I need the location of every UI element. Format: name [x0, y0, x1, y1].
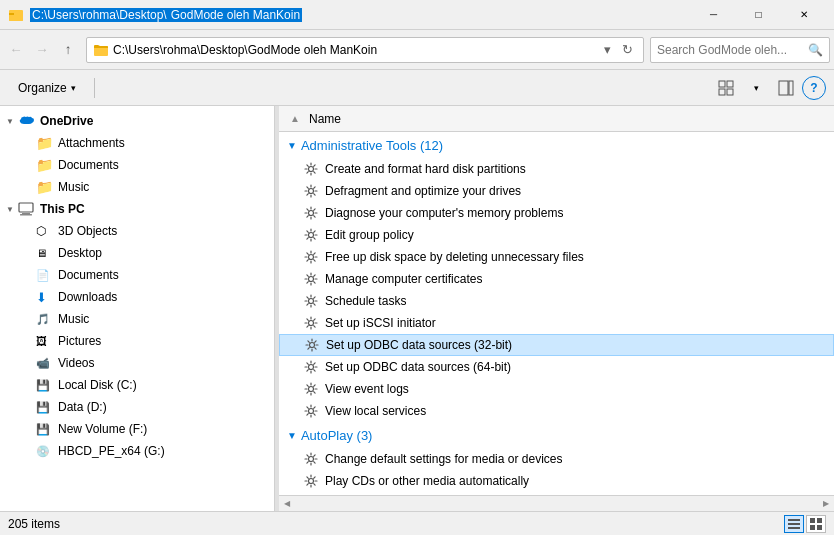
- sort-up-icon[interactable]: ▲: [287, 111, 303, 127]
- section-admin-label: Administrative Tools (12): [301, 138, 443, 153]
- organize-button[interactable]: Organize ▾: [8, 75, 86, 101]
- sidebar-item-downloads[interactable]: ⬇ Downloads: [0, 286, 274, 308]
- svg-rect-28: [788, 519, 800, 521]
- list-item[interactable]: Play CDs or other media automatically: [279, 470, 834, 492]
- folder-icon: 📁: [36, 157, 52, 173]
- list-item-selected[interactable]: Set up ODBC data sources (32-bit): [279, 334, 834, 356]
- svg-rect-31: [810, 518, 815, 523]
- item-label: View local services: [325, 404, 426, 418]
- item-label: Defragment and optimize your drives: [325, 184, 521, 198]
- hscroll-right-button[interactable]: ▶: [818, 496, 834, 512]
- back-button[interactable]: ←: [4, 38, 28, 62]
- list-item[interactable]: Create and format hard disk partitions: [279, 158, 834, 180]
- sidebar-item-local-disk-c[interactable]: 💾 Local Disk (C:): [0, 374, 274, 396]
- sidebar-item-music[interactable]: 📁 Music: [0, 176, 274, 198]
- svg-rect-7: [727, 89, 733, 95]
- chevron-thispc: ▼: [4, 203, 16, 215]
- refresh-button[interactable]: ↻: [617, 40, 637, 60]
- maximize-button[interactable]: □: [736, 0, 781, 30]
- section-autoplay[interactable]: ▼ AutoPlay (3): [279, 422, 834, 448]
- svg-point-14: [309, 189, 314, 194]
- horizontal-scrollbar[interactable]: ◀ ▶: [279, 495, 834, 511]
- sidebar-item-attachments[interactable]: 📁 Attachments: [0, 132, 274, 154]
- pictures-icon: 🖼: [36, 333, 52, 349]
- list-item[interactable]: Set up iSCSI initiator: [279, 312, 834, 334]
- address-bar[interactable]: C:\Users\rohma\Desktop\GodMode oleh ManK…: [86, 37, 644, 63]
- sidebar-item-documents[interactable]: 📁 Documents: [0, 154, 274, 176]
- item-label: Schedule tasks: [325, 294, 406, 308]
- organize-label: Organize: [18, 81, 67, 95]
- layout-icon: [718, 80, 734, 96]
- list-item[interactable]: Set up ODBC data sources (64-bit): [279, 356, 834, 378]
- drive-c-icon: 💾: [36, 377, 52, 393]
- sidebar-item-new-volume-f[interactable]: 💾 New Volume (F:): [0, 418, 274, 440]
- up-button[interactable]: ↑: [56, 38, 80, 62]
- column-name-label: Name: [309, 112, 341, 126]
- item-label: Create and format hard disk partitions: [325, 162, 526, 176]
- sidebar-item-videos[interactable]: 📹 Videos: [0, 352, 274, 374]
- search-icon: 🔍: [808, 43, 823, 57]
- section-administrative[interactable]: ▼ Administrative Tools (12): [279, 132, 834, 158]
- view-layout-button[interactable]: [712, 75, 740, 101]
- svg-rect-30: [788, 527, 800, 529]
- autoplay-icon: [303, 451, 319, 467]
- list-item[interactable]: Start or stop using AutoPlay for all med…: [279, 492, 834, 495]
- address-folder-icon: [93, 42, 109, 58]
- svg-rect-32: [817, 518, 822, 523]
- onedrive-icon: [18, 113, 34, 129]
- sidebar-item-3dobjects[interactable]: ⬡ 3D Objects: [0, 220, 274, 242]
- sidebar-item-thispc[interactable]: ▼ This PC: [0, 198, 274, 220]
- tiles-view-icon: [810, 518, 822, 530]
- drive-d-icon: 💾: [36, 399, 52, 415]
- hscroll-left-button[interactable]: ◀: [279, 496, 295, 512]
- settings-icon: [303, 315, 319, 331]
- list-item[interactable]: View local services: [279, 400, 834, 422]
- search-input[interactable]: [657, 43, 808, 57]
- search-box[interactable]: 🔍: [650, 37, 830, 63]
- sidebar-item-onedrive[interactable]: ▼ OneDrive: [0, 110, 274, 132]
- svg-rect-4: [719, 81, 725, 87]
- item-label: Change default settings for media or dev…: [325, 452, 562, 466]
- svg-point-24: [309, 409, 314, 414]
- list-item[interactable]: Schedule tasks: [279, 290, 834, 312]
- list-item[interactable]: Diagnose your computer's memory problems: [279, 202, 834, 224]
- status-items-count: 205 items: [8, 517, 60, 531]
- help-button[interactable]: ?: [802, 76, 826, 100]
- sidebar-item-data-d[interactable]: 💾 Data (D:): [0, 396, 274, 418]
- preview-pane-button[interactable]: [772, 75, 800, 101]
- view-details-button[interactable]: [784, 515, 804, 533]
- item-label: Play CDs or other media automatically: [325, 474, 529, 488]
- pc-icon: [18, 201, 34, 217]
- list-item[interactable]: Change default settings for media or dev…: [279, 448, 834, 470]
- sidebar-item-desktop[interactable]: 🖥 Desktop: [0, 242, 274, 264]
- content-scroll[interactable]: ▼ Administrative Tools (12) Create and f…: [279, 132, 834, 495]
- item-label: Set up ODBC data sources (32-bit): [326, 338, 512, 352]
- sidebar-item-documents-pc[interactable]: 📄 Documents: [0, 264, 274, 286]
- svg-point-18: [309, 277, 314, 282]
- svg-point-17: [309, 255, 314, 260]
- preview-icon: [778, 80, 794, 96]
- address-dropdown-button[interactable]: ▾: [597, 40, 617, 60]
- documents-icon: 📄: [36, 267, 52, 283]
- list-item[interactable]: Edit group policy: [279, 224, 834, 246]
- sidebar-item-hbcd-g[interactable]: 💿 HBCD_PE_x64 (G:): [0, 440, 274, 462]
- item-label: Manage computer certificates: [325, 272, 482, 286]
- downloads-icon: ⬇: [36, 289, 52, 305]
- svg-point-15: [309, 211, 314, 216]
- organize-chevron: ▾: [71, 83, 76, 93]
- list-item[interactable]: View event logs: [279, 378, 834, 400]
- sidebar-item-pictures[interactable]: 🖼 Pictures: [0, 330, 274, 352]
- sidebar-item-music-pc[interactable]: 🎵 Music: [0, 308, 274, 330]
- view-dropdown-button[interactable]: ▾: [742, 75, 770, 101]
- list-item[interactable]: Free up disk space by deleting unnecessa…: [279, 246, 834, 268]
- list-item[interactable]: Manage computer certificates: [279, 268, 834, 290]
- main-area: ▼ OneDrive 📁 Attachments 📁 Documents 📁 M…: [0, 106, 834, 511]
- forward-button[interactable]: →: [30, 38, 54, 62]
- list-item[interactable]: Defragment and optimize your drives: [279, 180, 834, 202]
- view-tiles-button[interactable]: [806, 515, 826, 533]
- item-label: View event logs: [325, 382, 409, 396]
- minimize-button[interactable]: ─: [691, 0, 736, 30]
- item-label: Free up disk space by deleting unnecessa…: [325, 250, 584, 264]
- close-button[interactable]: ✕: [781, 0, 826, 30]
- hscroll-track[interactable]: [295, 496, 818, 512]
